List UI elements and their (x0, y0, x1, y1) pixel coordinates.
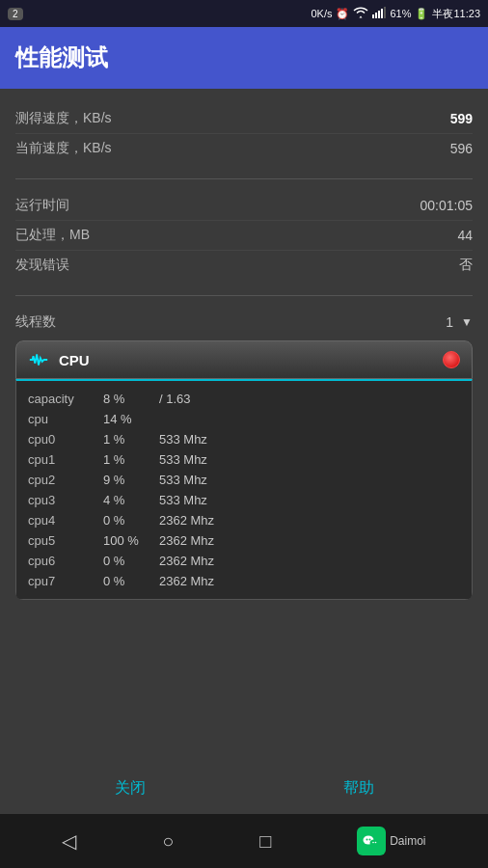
wechat-area[interactable]: Daimoi (357, 827, 425, 855)
cpu-cpu6-freq: 2362 Mhz (159, 554, 214, 568)
cpu-capacity-name: capacity (28, 392, 95, 406)
stat-row-current-speed: 当前速度，KB/s 596 (15, 134, 473, 163)
measured-speed-label: 测得速度，KB/s (15, 110, 112, 127)
status-right: 0K/s ⏰ 61% 🔋 半夜11:23 (311, 7, 480, 21)
wechat-label: Daimoi (390, 834, 425, 848)
alarm-icon: ⏰ (336, 8, 349, 20)
stat-row-errors: 发现错误 否 (15, 251, 473, 280)
cpu-cpu5-name: cpu5 (28, 533, 95, 548)
cpu-cpu3-pct: 4 % (103, 493, 151, 507)
divider-2 (15, 295, 473, 296)
cpu-cpu1-freq: 533 Mhz (159, 452, 207, 467)
thread-value: 1 (446, 314, 453, 330)
cpu-cpu6-pct: 0 % (103, 554, 151, 568)
processed-label: 已处理，MB (15, 227, 90, 244)
cpu-cpu0-freq: 533 Mhz (159, 432, 207, 447)
nav-back[interactable]: ◁ (62, 829, 76, 853)
stat-row-runtime: 运行时间 00:01:05 (15, 191, 473, 221)
runtime-value: 00:01:05 (420, 198, 474, 213)
cpu-cpu-pct: 14 % (103, 412, 151, 426)
wifi-icon (353, 7, 368, 20)
cpu-cpu0-name: cpu0 (28, 432, 95, 447)
cpu-label: CPU (59, 352, 433, 368)
cpu-cpu2-pct: 9 % (103, 473, 151, 487)
thread-label: 线程数 (15, 313, 56, 331)
cpu-row-cpu4: cpu4 0 % 2362 Mhz (28, 510, 460, 530)
waveform-icon (28, 349, 49, 370)
dropdown-arrow-icon[interactable]: ▼ (461, 315, 473, 329)
errors-label: 发现错误 (15, 257, 69, 274)
cpu-cpu2-freq: 533 Mhz (159, 473, 207, 487)
cpu-table: capacity 8 % / 1.63 cpu 14 % cpu0 1 % 53… (15, 379, 473, 600)
notification-badge: 2 (8, 8, 23, 20)
cpu-cpu7-pct: 0 % (103, 574, 151, 588)
nav-bar: ◁ ○ □ Daimoi (0, 814, 488, 868)
cpu-cpu1-name: cpu1 (28, 452, 95, 467)
help-button[interactable]: 帮助 (305, 774, 413, 802)
cpu-row-cpu0: cpu0 1 % 533 Mhz (28, 429, 460, 449)
svg-point-9 (372, 842, 374, 844)
svg-rect-1 (375, 13, 377, 18)
cpu-cpu2-name: cpu2 (28, 473, 95, 487)
processed-value: 44 (457, 228, 473, 243)
cpu-capacity-pct: 8 % (103, 392, 151, 406)
svg-rect-0 (372, 14, 374, 18)
cpu-row-cpu2: cpu2 9 % 533 Mhz (28, 470, 460, 490)
cpu-cpu7-freq: 2362 Mhz (159, 574, 214, 588)
cpu-panel: CPU capacity 8 % / 1.63 cpu 14 % cpu0 1 … (15, 340, 473, 600)
svg-rect-2 (378, 11, 380, 18)
thread-row: 线程数 1 ▼ (15, 308, 473, 340)
status-bar: 2 0K/s ⏰ 61% 🔋 半夜11:23 (0, 0, 488, 27)
cpu-header: CPU (15, 340, 473, 379)
cpu-row-cpu: cpu 14 % (28, 409, 460, 429)
time-display: 半夜11:23 (432, 7, 480, 21)
stat-row-measured-speed: 测得速度，KB/s 599 (15, 104, 473, 134)
svg-point-7 (366, 839, 368, 841)
signal-icon (372, 7, 386, 20)
status-left: 2 (8, 8, 23, 20)
cpu-cpu1-pct: 1 % (103, 452, 151, 467)
battery-icon: 🔋 (415, 8, 428, 20)
cpu-cpu4-name: cpu4 (28, 513, 95, 528)
title-bar: 性能测试 (0, 27, 488, 89)
cpu-capacity-extra: / 1.63 (159, 392, 191, 406)
cpu-row-cpu7: cpu7 0 % 2362 Mhz (28, 571, 460, 591)
back-icon: ◁ (62, 829, 76, 853)
cpu-cpu6-name: cpu6 (28, 554, 95, 568)
wechat-icon (357, 827, 386, 855)
errors-value: 否 (459, 257, 473, 274)
svg-point-10 (375, 842, 377, 844)
bottom-buttons: 关闭 帮助 (15, 759, 473, 814)
nav-recents[interactable]: □ (259, 830, 271, 853)
cpu-cpu3-freq: 533 Mhz (159, 493, 207, 507)
cpu-cpu4-pct: 0 % (103, 513, 151, 528)
current-speed-value: 596 (450, 141, 473, 156)
cpu-cpu0-pct: 1 % (103, 432, 151, 447)
measured-speed-value: 599 (450, 111, 473, 126)
cpu-cpu7-name: cpu7 (28, 574, 95, 588)
cpu-cpu-name: cpu (28, 412, 95, 426)
speed-indicator: 0K/s (311, 8, 332, 19)
svg-rect-3 (381, 9, 383, 18)
thread-value-area[interactable]: 1 ▼ (446, 314, 473, 330)
cpu-cpu4-freq: 2362 Mhz (159, 513, 214, 528)
svg-rect-4 (384, 7, 386, 18)
svg-point-6 (370, 840, 379, 847)
cpu-cpu5-freq: 2362 Mhz (159, 533, 214, 548)
record-dot-icon[interactable] (443, 351, 460, 368)
stats-group-2: 运行时间 00:01:05 已处理，MB 44 发现错误 否 (15, 191, 473, 280)
svg-point-8 (369, 839, 371, 841)
page-title: 性能测试 (15, 42, 108, 73)
cpu-row-cpu1: cpu1 1 % 533 Mhz (28, 449, 460, 470)
stat-row-processed: 已处理，MB 44 (15, 221, 473, 251)
cpu-row-cpu3: cpu3 4 % 533 Mhz (28, 490, 460, 510)
cpu-row-capacity: capacity 8 % / 1.63 (28, 389, 460, 409)
close-button[interactable]: 关闭 (76, 774, 184, 802)
recents-icon: □ (259, 830, 271, 853)
nav-home[interactable]: ○ (162, 830, 174, 853)
cpu-row-cpu6: cpu6 0 % 2362 Mhz (28, 551, 460, 571)
home-icon: ○ (162, 830, 174, 853)
main-content: 测得速度，KB/s 599 当前速度，KB/s 596 运行时间 00:01:0… (0, 89, 488, 814)
divider-1 (15, 178, 473, 179)
battery-pct: 61% (390, 8, 411, 19)
